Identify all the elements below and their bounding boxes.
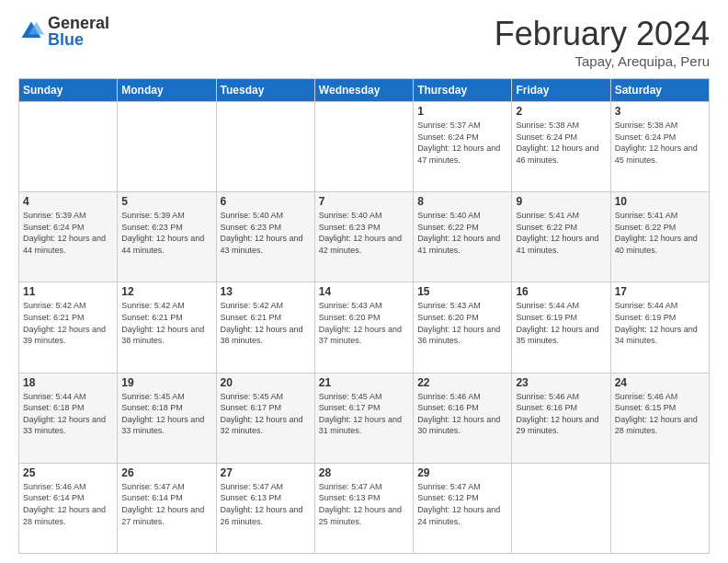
- day-number: 7: [319, 195, 409, 208]
- day-number: 18: [23, 376, 113, 389]
- day-number: 29: [417, 466, 507, 479]
- generalblue-icon: [18, 18, 44, 44]
- calendar-cell: 25Sunrise: 5:46 AM Sunset: 6:14 PM Dayli…: [19, 463, 118, 553]
- day-number: 23: [516, 376, 606, 389]
- logo-general: General: [48, 15, 109, 31]
- day-number: 16: [516, 285, 606, 298]
- calendar-cell: 15Sunrise: 5:43 AM Sunset: 6:20 PM Dayli…: [414, 282, 512, 373]
- day-info: Sunrise: 5:43 AM Sunset: 6:20 PM Dayligh…: [319, 300, 409, 346]
- week-row-4: 18Sunrise: 5:44 AM Sunset: 6:18 PM Dayli…: [19, 373, 710, 463]
- day-info: Sunrise: 5:41 AM Sunset: 6:22 PM Dayligh…: [516, 210, 606, 256]
- calendar-cell: [19, 102, 118, 192]
- day-info: Sunrise: 5:44 AM Sunset: 6:19 PM Dayligh…: [615, 300, 705, 346]
- day-info: Sunrise: 5:47 AM Sunset: 6:12 PM Dayligh…: [417, 481, 507, 527]
- calendar-cell: 18Sunrise: 5:44 AM Sunset: 6:18 PM Dayli…: [19, 373, 118, 463]
- calendar-cell: 10Sunrise: 5:41 AM Sunset: 6:22 PM Dayli…: [610, 192, 709, 282]
- logo-blue: Blue: [48, 31, 109, 48]
- col-friday: Friday: [512, 79, 610, 102]
- day-number: 27: [221, 466, 311, 479]
- calendar-cell: 3Sunrise: 5:38 AM Sunset: 6:24 PM Daylig…: [610, 102, 709, 192]
- calendar-cell: 1Sunrise: 5:37 AM Sunset: 6:24 PM Daylig…: [414, 102, 512, 192]
- day-info: Sunrise: 5:42 AM Sunset: 6:21 PM Dayligh…: [23, 300, 113, 346]
- day-info: Sunrise: 5:42 AM Sunset: 6:21 PM Dayligh…: [121, 300, 211, 346]
- calendar-cell: 21Sunrise: 5:45 AM Sunset: 6:17 PM Dayli…: [314, 373, 413, 463]
- day-number: 9: [516, 195, 606, 208]
- calendar-cell: 2Sunrise: 5:38 AM Sunset: 6:24 PM Daylig…: [512, 102, 610, 192]
- day-number: 8: [417, 195, 507, 208]
- day-info: Sunrise: 5:45 AM Sunset: 6:17 PM Dayligh…: [319, 391, 409, 437]
- calendar-cell: 19Sunrise: 5:45 AM Sunset: 6:18 PM Dayli…: [118, 373, 216, 463]
- calendar-cell: 22Sunrise: 5:46 AM Sunset: 6:16 PM Dayli…: [414, 373, 512, 463]
- calendar-cell: 24Sunrise: 5:46 AM Sunset: 6:15 PM Dayli…: [610, 373, 709, 463]
- col-thursday: Thursday: [414, 79, 512, 102]
- day-info: Sunrise: 5:40 AM Sunset: 6:23 PM Dayligh…: [221, 210, 311, 256]
- calendar-cell: 4Sunrise: 5:39 AM Sunset: 6:24 PM Daylig…: [19, 192, 118, 282]
- calendar-title: February 2024: [495, 15, 710, 53]
- day-number: 1: [417, 105, 507, 118]
- day-info: Sunrise: 5:43 AM Sunset: 6:20 PM Dayligh…: [417, 300, 507, 346]
- day-number: 12: [121, 285, 211, 298]
- day-info: Sunrise: 5:41 AM Sunset: 6:22 PM Dayligh…: [615, 210, 705, 256]
- col-monday: Monday: [118, 79, 216, 102]
- day-number: 6: [221, 195, 311, 208]
- day-number: 2: [516, 105, 606, 118]
- header-row: Sunday Monday Tuesday Wednesday Thursday…: [19, 79, 710, 102]
- day-info: Sunrise: 5:42 AM Sunset: 6:21 PM Dayligh…: [221, 300, 311, 346]
- calendar-cell: 27Sunrise: 5:47 AM Sunset: 6:13 PM Dayli…: [216, 463, 314, 553]
- header: General Blue February 2024 Tapay, Arequi…: [18, 15, 710, 69]
- day-info: Sunrise: 5:38 AM Sunset: 6:24 PM Dayligh…: [516, 120, 606, 166]
- calendar-cell: [216, 102, 314, 192]
- calendar-table: Sunday Monday Tuesday Wednesday Thursday…: [18, 78, 710, 554]
- calendar-cell: [512, 463, 610, 553]
- col-wednesday: Wednesday: [314, 79, 413, 102]
- day-number: 19: [121, 376, 211, 389]
- calendar-cell: [610, 463, 709, 553]
- day-info: Sunrise: 5:38 AM Sunset: 6:24 PM Dayligh…: [615, 120, 705, 166]
- calendar-cell: 14Sunrise: 5:43 AM Sunset: 6:20 PM Dayli…: [314, 282, 413, 373]
- calendar-cell: 9Sunrise: 5:41 AM Sunset: 6:22 PM Daylig…: [512, 192, 610, 282]
- day-info: Sunrise: 5:46 AM Sunset: 6:16 PM Dayligh…: [417, 391, 507, 437]
- calendar-cell: 17Sunrise: 5:44 AM Sunset: 6:19 PM Dayli…: [610, 282, 709, 373]
- day-info: Sunrise: 5:47 AM Sunset: 6:14 PM Dayligh…: [121, 481, 211, 527]
- day-info: Sunrise: 5:40 AM Sunset: 6:23 PM Dayligh…: [319, 210, 409, 256]
- calendar-cell: [118, 102, 216, 192]
- day-info: Sunrise: 5:40 AM Sunset: 6:22 PM Dayligh…: [417, 210, 507, 256]
- day-info: Sunrise: 5:44 AM Sunset: 6:19 PM Dayligh…: [516, 300, 606, 346]
- day-number: 5: [121, 195, 211, 208]
- calendar-cell: 28Sunrise: 5:47 AM Sunset: 6:13 PM Dayli…: [314, 463, 413, 553]
- col-tuesday: Tuesday: [216, 79, 314, 102]
- day-number: 21: [319, 376, 409, 389]
- day-info: Sunrise: 5:47 AM Sunset: 6:13 PM Dayligh…: [221, 481, 311, 527]
- day-number: 3: [615, 105, 705, 118]
- calendar-cell: 11Sunrise: 5:42 AM Sunset: 6:21 PM Dayli…: [19, 282, 118, 373]
- title-block: February 2024 Tapay, Arequipa, Peru: [495, 15, 710, 69]
- week-row-5: 25Sunrise: 5:46 AM Sunset: 6:14 PM Dayli…: [19, 463, 710, 553]
- day-info: Sunrise: 5:46 AM Sunset: 6:16 PM Dayligh…: [516, 391, 606, 437]
- calendar-cell: 26Sunrise: 5:47 AM Sunset: 6:14 PM Dayli…: [118, 463, 216, 553]
- day-number: 28: [319, 466, 409, 479]
- day-number: 17: [615, 285, 705, 298]
- col-sunday: Sunday: [19, 79, 118, 102]
- day-info: Sunrise: 5:45 AM Sunset: 6:17 PM Dayligh…: [221, 391, 311, 437]
- day-number: 20: [221, 376, 311, 389]
- calendar-cell: 23Sunrise: 5:46 AM Sunset: 6:16 PM Dayli…: [512, 373, 610, 463]
- calendar-cell: 29Sunrise: 5:47 AM Sunset: 6:12 PM Dayli…: [414, 463, 512, 553]
- day-number: 4: [23, 195, 113, 208]
- calendar-cell: 6Sunrise: 5:40 AM Sunset: 6:23 PM Daylig…: [216, 192, 314, 282]
- day-number: 10: [615, 195, 705, 208]
- page: General Blue February 2024 Tapay, Arequi…: [0, 0, 728, 563]
- day-number: 13: [221, 285, 311, 298]
- day-info: Sunrise: 5:37 AM Sunset: 6:24 PM Dayligh…: [417, 120, 507, 166]
- day-info: Sunrise: 5:39 AM Sunset: 6:24 PM Dayligh…: [23, 210, 113, 256]
- week-row-2: 4Sunrise: 5:39 AM Sunset: 6:24 PM Daylig…: [19, 192, 710, 282]
- day-number: 11: [23, 285, 113, 298]
- calendar-cell: 8Sunrise: 5:40 AM Sunset: 6:22 PM Daylig…: [414, 192, 512, 282]
- day-number: 25: [23, 466, 113, 479]
- calendar-cell: 5Sunrise: 5:39 AM Sunset: 6:23 PM Daylig…: [118, 192, 216, 282]
- col-saturday: Saturday: [610, 79, 709, 102]
- day-number: 22: [417, 376, 507, 389]
- day-number: 14: [319, 285, 409, 298]
- calendar-cell: 13Sunrise: 5:42 AM Sunset: 6:21 PM Dayli…: [216, 282, 314, 373]
- day-info: Sunrise: 5:44 AM Sunset: 6:18 PM Dayligh…: [23, 391, 113, 437]
- day-info: Sunrise: 5:46 AM Sunset: 6:15 PM Dayligh…: [615, 391, 705, 437]
